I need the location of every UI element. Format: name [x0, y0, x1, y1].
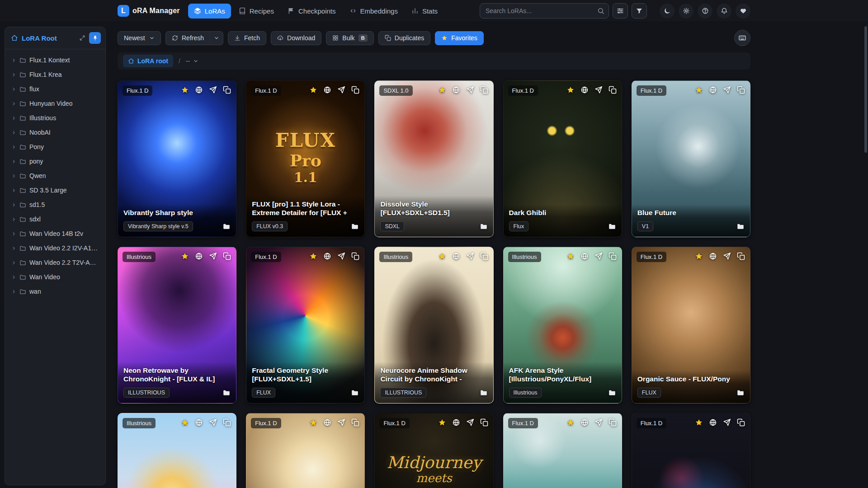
theme-toggle-button[interactable] — [660, 4, 675, 19]
folder-item[interactable]: pony — [8, 154, 103, 169]
refresh-button[interactable]: Refresh — [165, 31, 210, 45]
folder-item[interactable]: sdxl — [8, 212, 103, 226]
lora-card[interactable]: IllustriousAFK Arena Style [Illustrious/… — [503, 247, 622, 404]
folder-item[interactable]: Flux.1 Krea — [8, 67, 103, 82]
duplicates-button[interactable]: Duplicates — [378, 31, 430, 45]
send-icon[interactable] — [209, 418, 217, 427]
globe-icon[interactable] — [452, 418, 460, 427]
copy-icon[interactable] — [737, 252, 745, 260]
favorite-star-icon[interactable] — [181, 86, 189, 94]
lora-card[interactable]: Illustrious — [118, 413, 236, 488]
search-icon[interactable] — [597, 7, 604, 14]
send-icon[interactable] — [723, 86, 731, 94]
nav-item-checkpoints[interactable]: Checkpoints — [282, 4, 342, 19]
folder-item[interactable]: sd1.5 — [8, 197, 103, 212]
nav-item-loras[interactable]: LoRAs — [188, 4, 231, 19]
copy-icon[interactable] — [609, 252, 617, 260]
globe-icon[interactable] — [580, 252, 589, 260]
folder-item[interactable]: flux — [8, 82, 103, 96]
sort-select[interactable]: Newest — [118, 31, 161, 45]
sidebar-root-label[interactable]: LoRA Root — [22, 34, 75, 42]
copy-icon[interactable] — [351, 418, 359, 427]
lora-card[interactable]: IllustriousNeon Retrowave by ChronoKnigh… — [118, 247, 236, 404]
globe-icon[interactable] — [323, 86, 331, 94]
folder-item[interactable]: wan — [8, 284, 103, 299]
lora-card[interactable]: Flux.1 DDark GhibliFlux — [503, 80, 622, 237]
folder-item[interactable]: Wan Video 2.2 I2V-A14B — [8, 241, 103, 255]
lora-card[interactable]: Flux.1 DOrganic Sauce - FLUX/PonyFLUX — [632, 247, 750, 404]
folder-item[interactable]: Flux.1 Kontext — [8, 53, 103, 67]
send-icon[interactable] — [209, 86, 217, 94]
globe-icon[interactable] — [580, 86, 589, 94]
notifications-button[interactable] — [717, 4, 731, 19]
bulk-button[interactable]: Bulk B — [326, 31, 374, 45]
globe-icon[interactable] — [709, 418, 717, 427]
filter-sliders-button[interactable] — [613, 3, 628, 19]
send-icon[interactable] — [337, 252, 345, 260]
copy-icon[interactable] — [737, 418, 745, 427]
send-icon[interactable] — [466, 86, 474, 94]
copy-icon[interactable] — [480, 252, 488, 260]
folder-icon[interactable] — [736, 222, 745, 230]
help-button[interactable] — [698, 4, 712, 19]
folder-icon[interactable] — [351, 389, 359, 397]
lora-card[interactable]: Flux.1 D — [246, 413, 365, 488]
copy-icon[interactable] — [223, 86, 231, 94]
lora-card[interactable]: IllustriousNeurocore Anime Shadow Circui… — [374, 247, 493, 404]
nav-item-recipes[interactable]: Recipes — [233, 4, 280, 19]
folder-item[interactable]: Wan Video 2.2 T2V-A14B — [8, 255, 103, 270]
folder-icon[interactable] — [736, 389, 745, 397]
folder-item[interactable]: Qwen — [8, 169, 103, 183]
folder-icon[interactable] — [222, 222, 231, 230]
folder-icon[interactable] — [222, 389, 231, 397]
favorite-star-icon[interactable] — [309, 86, 317, 94]
lora-card[interactable]: Flux.1 DFractal Geometry Style [FLUX+SDX… — [246, 247, 365, 404]
support-button[interactable] — [736, 4, 750, 19]
copy-icon[interactable] — [737, 86, 745, 94]
globe-icon[interactable] — [709, 252, 717, 260]
send-icon[interactable] — [594, 86, 603, 94]
lora-card[interactable]: Flux.1 DMidjourneymeetsFLUX — [374, 413, 493, 488]
send-icon[interactable] — [209, 252, 217, 260]
folder-icon[interactable] — [480, 222, 488, 230]
folder-icon[interactable] — [608, 389, 616, 397]
filter-funnel-button[interactable] — [632, 3, 647, 19]
pin-button[interactable] — [89, 32, 101, 44]
send-icon[interactable] — [594, 418, 603, 427]
send-icon[interactable] — [466, 252, 474, 260]
favorite-star-icon[interactable] — [438, 86, 446, 94]
favorite-star-icon[interactable] — [309, 252, 317, 260]
folder-item[interactable]: NoobAI — [8, 125, 103, 140]
search-input[interactable] — [480, 3, 609, 19]
favorite-star-icon[interactable] — [695, 418, 703, 427]
copy-icon[interactable] — [480, 418, 488, 427]
globe-icon[interactable] — [452, 252, 460, 260]
fetch-button[interactable]: Fetch — [228, 31, 266, 45]
lora-card[interactable]: Flux.1 DBlue FutureV1 — [632, 80, 750, 237]
copy-icon[interactable] — [609, 418, 617, 427]
globe-icon[interactable] — [709, 86, 717, 94]
folder-item[interactable]: Illustrious — [8, 111, 103, 125]
globe-icon[interactable] — [195, 418, 203, 427]
favorite-star-icon[interactable] — [438, 418, 446, 427]
folder-item[interactable]: Wan Video — [8, 270, 103, 284]
favorite-star-icon[interactable] — [438, 252, 446, 260]
globe-icon[interactable] — [195, 252, 203, 260]
folder-item[interactable]: Pony — [8, 140, 103, 154]
send-icon[interactable] — [594, 252, 603, 260]
globe-icon[interactable] — [452, 86, 460, 94]
settings-button[interactable] — [679, 4, 693, 19]
folder-icon[interactable] — [608, 222, 616, 230]
favorite-star-icon[interactable] — [181, 418, 189, 427]
copy-icon[interactable] — [223, 418, 231, 427]
globe-icon[interactable] — [323, 418, 331, 427]
send-icon[interactable] — [723, 252, 731, 260]
favorite-star-icon[interactable] — [695, 86, 703, 94]
lora-card[interactable]: Flux.1 DFLUXPro1.1FLUX [pro] 1.1 Style L… — [246, 80, 365, 237]
breadcrumb-root[interactable]: LoRA root — [123, 55, 173, 67]
lora-card[interactable]: SDXL 1.0Dissolve Style [FLUX+SDXL+SD1.5]… — [374, 80, 493, 237]
keyboard-shortcuts-button[interactable] — [734, 30, 750, 46]
copy-icon[interactable] — [480, 86, 488, 94]
favorite-star-icon[interactable] — [309, 418, 317, 427]
copy-icon[interactable] — [351, 86, 359, 94]
